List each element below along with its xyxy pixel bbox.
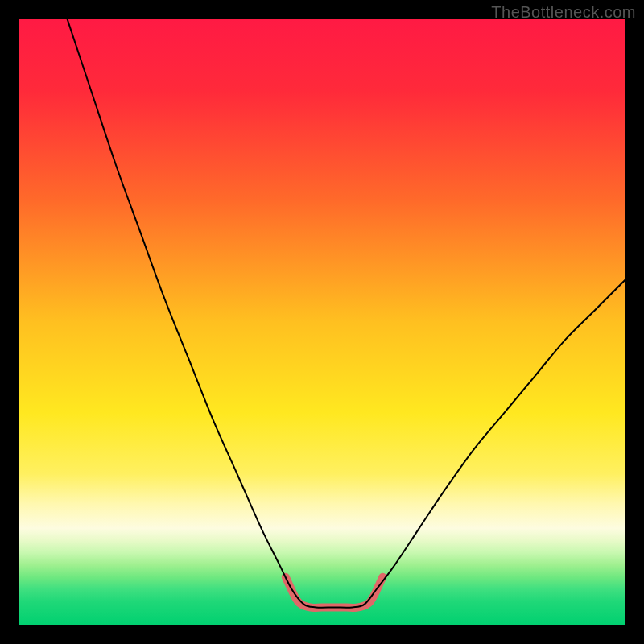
chart-plot-area [19, 19, 625, 625]
optimal-zone-line [286, 577, 383, 608]
bottleneck-curve-line [67, 19, 625, 608]
chart-lines-overlay [19, 19, 625, 625]
